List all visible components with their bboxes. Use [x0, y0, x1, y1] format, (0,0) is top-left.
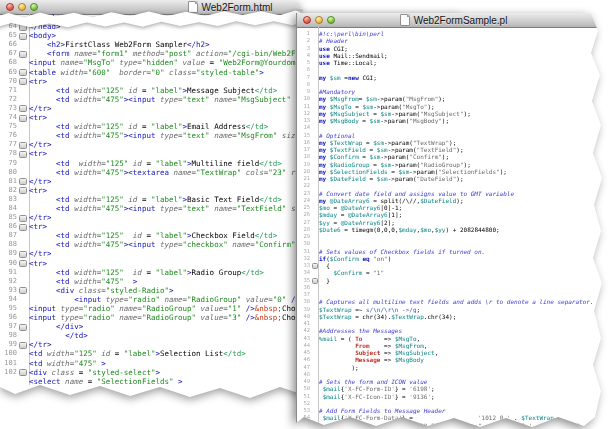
- code-line[interactable]: 28$Date6 = timegm(0,0,0,$mday,$mo,$yy) +…: [297, 226, 610, 233]
- code-text[interactable]: $Date6 = timegm(0,0,0,$mday,$mo,$yy) + 2…: [319, 226, 610, 233]
- bookmark-marker-icon[interactable]: [19, 259, 29, 268]
- code-line[interactable]: 50 $mail{'X-FC-Form-ID'} = '6198';: [297, 385, 610, 392]
- code-text[interactable]: %mail = ( To => $MsgTo,: [319, 335, 610, 342]
- code-line[interactable]: 53# Add Form Fields to Message Header: [297, 407, 610, 414]
- code-text[interactable]: my $MsgBody = $sm->param("MsgBody");: [319, 117, 610, 124]
- bookmark-marker-icon[interactable]: [19, 340, 29, 349]
- code-text[interactable]: my $MsgTo = $sm->param("MsgTo");: [319, 103, 610, 110]
- code-text[interactable]: # Convert date field and assigns value t…: [319, 190, 610, 197]
- code-line[interactable]: 23# Convert date field and assigns value…: [297, 190, 610, 197]
- code-text[interactable]: $mail{'X-FC-Icon-ID'} = '9136';: [319, 393, 610, 400]
- code-text[interactable]: use Mail::Sendmail;: [319, 52, 610, 59]
- code-line[interactable]: 36: [297, 284, 610, 291]
- code-line[interactable]: 52: [297, 400, 610, 407]
- code-line[interactable]: 43%mail = ( To => $MsgTo,: [297, 335, 610, 342]
- code-line[interactable]: 42#Addresses the Messages: [297, 327, 610, 334]
- code-line[interactable]: 41: [297, 320, 610, 327]
- code-text[interactable]: Message => $MsgBody: [319, 356, 610, 363]
- code-line[interactable]: 2# Header: [297, 37, 610, 44]
- code-line[interactable]: 27$yy = @DateArray6[2];: [297, 219, 610, 226]
- code-line[interactable]: 31# Sets values of Checkbox fields if tu…: [297, 248, 610, 255]
- code-line[interactable]: 51 $mail{'X-FC-Icon-ID'} = '9136';: [297, 393, 610, 400]
- bookmark-marker-icon[interactable]: [19, 49, 29, 58]
- code-line[interactable]: 18my $Confirm = $sm->param("Confirm");: [297, 153, 610, 160]
- code-line[interactable]: 24my @DateArray6 = split(/\//,$DateField…: [297, 197, 610, 204]
- bookmark-marker-icon[interactable]: [19, 77, 29, 86]
- code-text[interactable]: use CGI;: [319, 45, 610, 52]
- code-line[interactable]: 30: [297, 240, 610, 247]
- code-line[interactable]: 40$TextWrap = chr(34).$TextWrap.chr(34);: [297, 313, 610, 320]
- zoom-button[interactable]: [327, 16, 335, 24]
- code-line[interactable]: 35 }: [297, 277, 610, 284]
- bookmark-marker-icon[interactable]: [19, 222, 29, 231]
- code-line[interactable]: 47 );: [297, 364, 610, 371]
- code-line[interactable]: 16my $TextWrap = $sm->param("TextWrap");: [297, 139, 610, 146]
- code-line[interactable]: 45 Subject => $MsgSubject,: [297, 349, 610, 356]
- code-line[interactable]: 5use Time::Local;: [297, 59, 610, 66]
- code-text[interactable]: $Confirm = "1": [319, 269, 610, 276]
- code-text[interactable]: #Mandatory: [319, 88, 610, 95]
- code-text[interactable]: }: [319, 277, 610, 284]
- code-text[interactable]: #!c:\perl\bin\perl: [319, 30, 610, 37]
- bookmark-marker-icon[interactable]: [19, 186, 29, 195]
- code-text[interactable]: my $SelectionFields = $sm->param("Select…: [319, 168, 610, 175]
- code-text[interactable]: $TextWrap = chr(34).$TextWrap.chr(34);: [319, 313, 610, 320]
- code-line[interactable]: 6: [297, 66, 610, 73]
- bookmark-marker-icon[interactable]: [19, 177, 29, 186]
- code-line[interactable]: 32if($Confirm eq "on"): [297, 255, 610, 262]
- code-text[interactable]: $TextWrap =~ s/\n/\r\n ->/g;: [319, 306, 610, 313]
- code-line[interactable]: 33 {: [297, 262, 610, 269]
- code-text[interactable]: # Sets the form and ICON value: [319, 378, 610, 385]
- code-text[interactable]: my $Confirm = $sm->param("Confirm");: [319, 153, 610, 160]
- code-line[interactable]: 48: [297, 371, 610, 378]
- bookmark-marker-icon[interactable]: [312, 277, 319, 284]
- code-line[interactable]: 17my $TextField = $sm->param("TextField"…: [297, 146, 610, 153]
- code-text[interactable]: {: [319, 262, 610, 269]
- code-line[interactable]: 4use Mail::Sendmail;: [297, 52, 610, 59]
- bookmark-marker-icon[interactable]: [19, 113, 29, 122]
- code-line[interactable]: 21my $DateField = $sm->param("DateField"…: [297, 175, 610, 182]
- code-line[interactable]: 10my $MsgFrom= $sm->param("MsgFrom");: [297, 95, 610, 102]
- code-text[interactable]: # Sets values of Checkbox fields if turn…: [319, 248, 610, 255]
- code-text[interactable]: my $TextField = $sm->param("TextField");: [319, 146, 610, 153]
- code-line[interactable]: 55 ."\n" . "X-FC-FORM-Data:" . '1002 0 '…: [297, 422, 610, 429]
- code-text[interactable]: my $RadioGroup = $sm->param("RadioGroup"…: [319, 161, 610, 168]
- code-line[interactable]: 25$mo = @DateArray6[0]-1;: [297, 204, 610, 211]
- code-text[interactable]: $mo = @DateArray6[0]-1;: [319, 204, 610, 211]
- code-line[interactable]: 11my $MsgTo = $sm->param("MsgTo");: [297, 103, 610, 110]
- code-line[interactable]: 8: [297, 81, 610, 88]
- code-line[interactable]: 3use CGI;: [297, 45, 610, 52]
- code-line[interactable]: 13my $MsgBody = $sm->param("MsgBody");: [297, 117, 610, 124]
- code-line[interactable]: 20my $SelectionFields = $sm->param("Sele…: [297, 168, 610, 175]
- code-line[interactable]: 14: [297, 124, 610, 131]
- bookmark-marker-icon[interactable]: [312, 262, 319, 269]
- code-text[interactable]: Subject => $MsgSubject,: [319, 349, 610, 356]
- code-text[interactable]: if($Confirm eq "on"): [319, 255, 610, 262]
- code-line[interactable]: 9#Mandatory: [297, 88, 610, 95]
- code-text[interactable]: use Time::Local;: [319, 59, 610, 66]
- code-line[interactable]: 54 $mail{'X-FC-Form-Data'} = '1012 0 ' .…: [297, 414, 610, 421]
- code-text[interactable]: my $TextWrap = $sm->param("TextWrap");: [319, 139, 610, 146]
- code-text[interactable]: # Add Form Fields to Message Header: [319, 407, 610, 414]
- code-text[interactable]: From => $MsgFrom,: [319, 342, 610, 349]
- code-text[interactable]: # Captures all multiline text fields and…: [319, 298, 610, 305]
- minimize-button[interactable]: [315, 16, 323, 24]
- bookmark-marker-icon[interactable]: [19, 249, 29, 258]
- right-window-titlebar[interactable]: Web2FormSample.pl: [297, 13, 610, 28]
- bookmark-marker-icon[interactable]: [19, 286, 29, 295]
- code-text[interactable]: $mail{'X-FC-Form-Data'} = '1012 0 ' . $T…: [319, 414, 610, 421]
- code-text[interactable]: $mail{'X-FC-Form-ID'} = '6198';: [319, 385, 610, 392]
- code-line[interactable]: 19my $RadioGroup = $sm->param("RadioGrou…: [297, 161, 610, 168]
- code-line[interactable]: 49# Sets the form and ICON value: [297, 378, 610, 385]
- code-line[interactable]: 1#!c:\perl\bin\perl: [297, 30, 610, 37]
- bookmark-marker-icon[interactable]: [19, 104, 29, 113]
- code-line[interactable]: 26$mday = @DateArray6[1];: [297, 211, 610, 218]
- code-text[interactable]: ."\n" . "X-FC-FORM-Data:" . '1002 0 ' . …: [319, 422, 610, 429]
- bookmark-marker-icon[interactable]: [19, 149, 29, 158]
- bookmark-marker-icon[interactable]: [19, 322, 29, 331]
- code-line[interactable]: 44 From => $MsgFrom,: [297, 342, 610, 349]
- code-line[interactable]: 22: [297, 182, 610, 189]
- close-button[interactable]: [303, 16, 311, 24]
- code-text[interactable]: my $MsgFrom= $sm->param("MsgFrom");: [319, 95, 610, 102]
- code-text[interactable]: my $DateField = $sm->param("DateField");: [319, 175, 610, 182]
